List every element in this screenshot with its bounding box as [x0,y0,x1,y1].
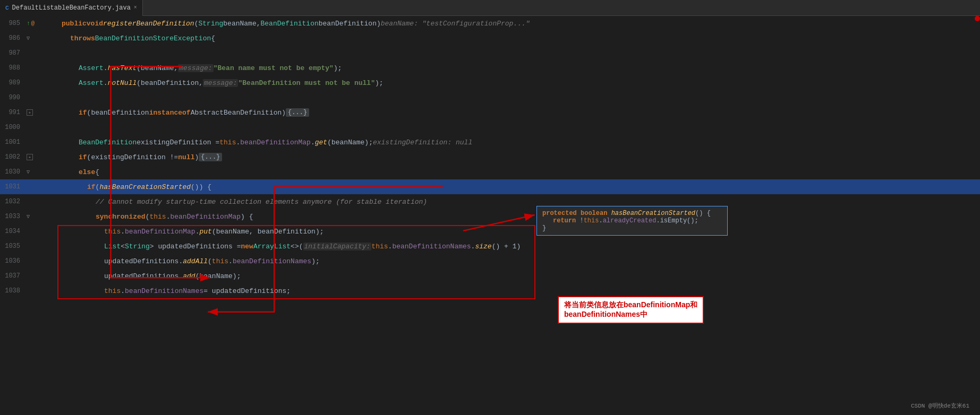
code-line: 1034this.beanDefinitionMap.put(beanName,… [0,224,980,239]
token: message: [203,79,238,87]
line-number: 1037 [0,272,27,280]
line-icons: ▽ [27,213,42,220]
file-tab[interactable]: C DefaultListableBeanFactory.java × [0,0,143,16]
code-line: 985↑@public void registerBeanDefinition(… [0,16,980,31]
red-indicator-dot [975,16,980,21]
token: null [178,153,194,161]
token: String [125,243,150,250]
token: synchronized [96,213,146,221]
code-content: else { [76,168,980,176]
code-line: 1038this.beanDefinitionNames = updatedDe… [0,283,980,298]
token: ( [208,257,212,265]
token: updatedDefinitions. [104,272,183,280]
token: if [79,153,87,161]
code-line: 1035List<String> updatedDefinitions = ne… [0,239,980,254]
token: "BeanDefinition must not be null" [238,79,374,87]
line-icon: ▽ [27,35,30,41]
token: BeanDefinitionStoreException [95,34,211,42]
tooltip-this2: this [584,217,599,224]
code-line: 1001BeanDefinition existingDefinition = … [0,135,980,150]
tab-close-button[interactable]: × [134,5,137,11]
token: this [212,257,228,265]
line-number: 1002 [0,153,27,161]
token: this [219,139,236,146]
token: ) { [241,213,253,221]
tooltip-method: hasBeanCreationStarted [611,210,695,217]
line-number: 1036 [0,257,27,265]
token: throws [70,34,95,42]
code-content: public void registerBeanDefinition(Strin… [59,20,980,28]
code-content: updatedDefinitions.addAll(this.beanDefin… [102,257,980,265]
code-content: if (beanDefinition instanceof AbstractBe… [76,108,980,117]
code-line: 991+if (beanDefinition instanceof Abstra… [0,105,980,120]
token: size [475,243,491,250]
token: () + 1) [492,243,521,250]
code-content: this.beanDefinitionNames = updatedDefini… [102,287,980,295]
token: ); [311,257,320,265]
code-content: throws BeanDefinitionStoreException { [68,34,980,42]
code-line: 1036updatedDefinitions.addAll(this.beanD… [0,254,980,269]
token: . [471,243,475,250]
token: BeanDefinition [79,139,137,146]
line-icon[interactable]: + [27,154,33,160]
code-content: updatedDefinitions.add(beanName); [102,272,980,280]
token: AbstractBeanDefinition) [191,109,286,117]
line-number: 1034 [0,228,27,235]
token[interactable]: {...} [286,108,309,117]
line-number: 991 [0,109,27,116]
token: ) [194,153,199,161]
token: { [95,168,99,176]
token: addAll [183,257,208,265]
tooltip-this: ! [580,217,583,224]
java-file-icon: C [5,5,9,11]
token: beanDefinitionNames [233,257,311,265]
tooltip-isempty: .isEmpty(); [656,217,698,224]
token: Assert [79,79,104,87]
code-content: BeanDefinition existingDefinition = this… [76,139,980,146]
token: new [241,243,253,250]
token: this [149,213,166,221]
token: String [198,20,223,28]
code-line: 989Assert.notNull(beanDefinition, messag… [0,75,980,90]
token: beanDefinitionNames [125,287,203,295]
token: message: [178,64,213,72]
token: . [104,79,108,87]
token: ( [96,183,100,191]
line-icon[interactable]: + [27,109,33,116]
token: Assert [79,64,104,72]
line-number: 1030 [0,168,27,176]
token: ); [375,79,384,87]
tab-bar: C DefaultListableBeanFactory.java × [0,0,980,16]
line-number: 985 [0,20,27,27]
code-line: 988Assert.hasText(beanName, message: "Be… [0,60,980,75]
line-number: 987 [0,49,27,57]
token: . [236,139,240,146]
line-icon: ↑ [27,20,30,27]
token: . [228,257,233,265]
code-content: // Cannot modify startup-time collection… [93,198,980,206]
token: beanName, [223,20,260,28]
token: = updatedDefinitions; [203,287,291,295]
token: ); [334,64,342,72]
code-content: if (existingDefinition != null) {...} [76,153,980,161]
token: put [199,228,211,236]
chinese-line1: 将当前类信息放在beanDefinitionMap和 [564,300,697,310]
line-icon: @ [31,20,35,27]
token: "Bean name must not be empty" [214,64,334,72]
tooltip-return: return [553,217,580,224]
token: else [79,168,95,176]
token: public [62,20,87,28]
tooltip-kw1: protected [542,210,581,217]
line-number: 990 [0,94,27,101]
token[interactable]: {...} [199,153,222,161]
token: > updatedDefinitions = [150,243,241,250]
line-icons: + [27,109,42,116]
token: . [121,228,125,236]
code-line: 1032// Cannot modify startup-time collec… [0,194,980,209]
csdn-watermark: CSDN @明快de玄米61 [911,402,969,410]
line-number: 988 [0,64,27,72]
token: (beanName); [195,272,241,280]
token: (beanName, beanDefinition); [212,228,324,236]
token: < [121,243,125,250]
code-line: 1030▽else { [0,165,980,179]
